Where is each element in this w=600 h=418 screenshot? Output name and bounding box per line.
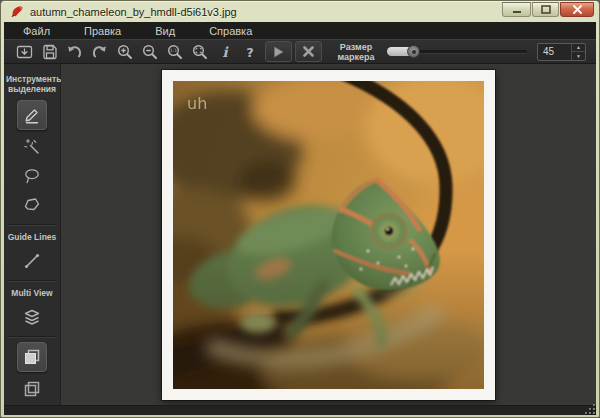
copy-view-icon [23,380,41,398]
play-button[interactable] [265,41,292,62]
tool-lasso[interactable] [19,163,45,188]
content-area: Инструменты выделения [4,64,596,405]
close-button[interactable] [560,2,594,17]
marker-size-label: Размер маркера [331,42,381,62]
maximize-button[interactable] [532,2,559,17]
spinner-buttons: ▲ ▼ [571,44,585,60]
help-icon: ? [244,44,256,60]
open-folder-icon [16,44,33,60]
menu-help[interactable]: Справка [192,23,269,39]
play-icon [273,46,284,58]
tool-magic-wand[interactable] [19,134,45,159]
menu-edit[interactable]: Правка [67,23,138,39]
zoom-actual-size-button[interactable]: 1:1 [162,40,187,63]
section-title-guide-lines: Guide Lines [6,232,58,242]
zoom-fit-icon [192,44,208,60]
window-controls [502,2,594,17]
marker-size-spinbox: ▲ ▼ [537,43,586,61]
tool-sidebar: Инструменты выделения [4,64,61,405]
undo-icon [66,44,83,59]
zoom-out-button[interactable] [137,40,162,63]
app-icon[interactable] [10,4,25,19]
zoom-actual-size-icon: 1:1 [167,44,183,60]
window-title: autumn_chameleon_by_hmdll-d5i61v3.jpg [30,6,502,18]
polygon-lasso-icon [23,196,41,214]
undo-button[interactable] [62,40,87,63]
zoom-in-icon [117,44,133,60]
zoom-out-icon [142,44,158,60]
redo-button[interactable] [87,40,112,63]
photo-frame: uh [162,70,495,400]
minimize-icon [512,5,522,14]
title-bar: autumn_chameleon_by_hmdll-d5i61v3.jpg [4,1,596,22]
pencil-icon [23,106,41,124]
menu-view[interactable]: Вид [138,23,192,39]
info-icon: i [219,44,231,60]
slider-handle[interactable] [407,45,420,58]
minimize-button[interactable] [502,2,531,17]
svg-text:i: i [222,44,229,60]
menu-bar: Файл Правка Вид Справка [4,22,596,39]
resize-grip-icon[interactable] [583,405,595,414]
chameleon-photo[interactable]: uh [173,81,484,389]
save-icon [42,44,58,60]
close-x-icon [303,46,314,57]
close-icon [573,5,582,14]
tool-pencil-select[interactable] [17,100,47,130]
duplicate-view-icon [23,348,41,366]
save-button[interactable] [37,40,62,63]
zoom-in-button[interactable] [112,40,137,63]
editor-canvas: uh [61,64,596,405]
sidebar-divider [8,336,56,338]
zoom-fit-button[interactable] [187,40,212,63]
section-title-multi-view: Multi View [6,288,58,298]
open-button[interactable] [12,40,37,63]
spin-down-button[interactable]: ▼ [572,52,585,60]
sidebar-divider [8,280,56,282]
spin-up-button[interactable]: ▲ [572,44,585,53]
layers-icon [23,309,41,325]
line-tool-icon [23,252,41,270]
lasso-icon [23,167,41,185]
tool-copy-view[interactable] [19,376,45,401]
tool-polygon-lasso[interactable] [19,192,45,217]
tool-line[interactable] [19,248,45,273]
tool-layers[interactable] [19,304,45,329]
tool-duplicate-view[interactable] [17,342,47,372]
status-strip [4,405,596,415]
maximize-icon [541,5,551,14]
menu-file[interactable]: Файл [6,23,67,39]
main-window: autumn_chameleon_by_hmdll-d5i61v3.jpg Фа… [0,0,600,418]
redo-icon [91,44,108,59]
svg-text:1:1: 1:1 [169,48,176,53]
toolbar: 1:1 i ? Раз [4,39,596,64]
section-title-selection-tools: Инструменты выделения [6,74,58,94]
svg-text:?: ? [246,45,254,60]
magic-wand-icon [23,138,41,156]
cancel-button[interactable] [295,41,322,62]
help-button[interactable]: ? [237,40,262,63]
photo-watermark: uh [187,94,207,113]
marker-size-slider[interactable] [387,41,527,62]
info-button[interactable]: i [212,40,237,63]
marker-size-input[interactable] [538,44,571,60]
sidebar-divider [8,224,56,226]
